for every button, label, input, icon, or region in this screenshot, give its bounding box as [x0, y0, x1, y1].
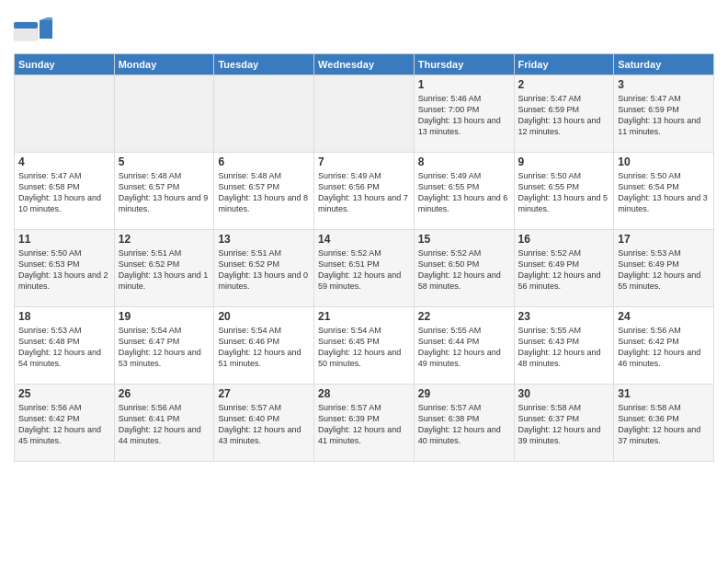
cell-info: Sunrise: 5:46 AM Sunset: 7:00 PM Dayligh…	[418, 93, 510, 138]
calendar-body: 1Sunrise: 5:46 AM Sunset: 7:00 PM Daylig…	[15, 75, 714, 462]
col-monday: Monday	[114, 54, 214, 75]
calendar-cell: 26Sunrise: 5:56 AM Sunset: 6:41 PM Dayli…	[114, 385, 214, 462]
cell-info: Sunrise: 5:50 AM Sunset: 6:54 PM Dayligh…	[618, 170, 710, 215]
calendar-cell: 18Sunrise: 5:53 AM Sunset: 6:48 PM Dayli…	[15, 307, 115, 385]
day-number: 31	[618, 387, 710, 400]
day-number: 21	[318, 310, 410, 323]
calendar-week-4: 18Sunrise: 5:53 AM Sunset: 6:48 PM Dayli…	[15, 307, 714, 385]
calendar-cell: 23Sunrise: 5:55 AM Sunset: 6:43 PM Dayli…	[514, 307, 614, 385]
calendar-cell: 30Sunrise: 5:58 AM Sunset: 6:37 PM Dayli…	[514, 385, 614, 462]
day-number: 7	[318, 155, 410, 168]
calendar-cell: 15Sunrise: 5:52 AM Sunset: 6:50 PM Dayli…	[414, 230, 514, 307]
cell-info: Sunrise: 5:50 AM Sunset: 6:55 PM Dayligh…	[518, 170, 610, 215]
day-number: 4	[18, 155, 110, 168]
day-number: 26	[119, 387, 210, 400]
cell-info: Sunrise: 5:51 AM Sunset: 6:52 PM Dayligh…	[218, 247, 310, 293]
calendar-cell: 19Sunrise: 5:54 AM Sunset: 6:47 PM Dayli…	[114, 307, 214, 385]
calendar-cell: 28Sunrise: 5:57 AM Sunset: 6:39 PM Dayli…	[314, 385, 415, 462]
cell-info: Sunrise: 5:57 AM Sunset: 6:39 PM Dayligh…	[318, 402, 410, 447]
cell-info: Sunrise: 5:52 AM Sunset: 6:50 PM Dayligh…	[418, 247, 510, 293]
col-thursday: Thursday	[414, 54, 514, 75]
day-number: 3	[618, 78, 710, 91]
calendar-cell: 14Sunrise: 5:52 AM Sunset: 6:51 PM Dayli…	[314, 230, 415, 307]
calendar-cell: 3Sunrise: 5:47 AM Sunset: 6:59 PM Daylig…	[614, 75, 714, 153]
col-wednesday: Wednesday	[314, 54, 415, 75]
calendar-cell: 13Sunrise: 5:51 AM Sunset: 6:52 PM Dayli…	[214, 230, 314, 307]
cell-info: Sunrise: 5:56 AM Sunset: 6:42 PM Dayligh…	[618, 325, 710, 370]
calendar-cell: 25Sunrise: 5:56 AM Sunset: 6:42 PM Dayli…	[15, 385, 115, 462]
cell-info: Sunrise: 5:55 AM Sunset: 6:43 PM Dayligh…	[518, 325, 610, 370]
cell-info: Sunrise: 5:47 AM Sunset: 6:59 PM Dayligh…	[618, 93, 710, 138]
calendar-cell: 1Sunrise: 5:46 AM Sunset: 7:00 PM Daylig…	[414, 75, 514, 153]
svg-marker-3	[40, 17, 52, 20]
calendar-cell: 24Sunrise: 5:56 AM Sunset: 6:42 PM Dayli…	[614, 307, 714, 385]
cell-info: Sunrise: 5:55 AM Sunset: 6:44 PM Dayligh…	[418, 325, 510, 370]
col-saturday: Saturday	[614, 54, 714, 75]
day-number: 5	[119, 155, 210, 168]
cell-info: Sunrise: 5:53 AM Sunset: 6:49 PM Dayligh…	[618, 247, 710, 293]
day-number: 11	[18, 233, 110, 246]
calendar-cell: 2Sunrise: 5:47 AM Sunset: 6:59 PM Daylig…	[514, 75, 614, 153]
cell-info: Sunrise: 5:48 AM Sunset: 6:57 PM Dayligh…	[218, 170, 310, 215]
cell-info: Sunrise: 5:49 AM Sunset: 6:55 PM Dayligh…	[418, 170, 510, 215]
cell-info: Sunrise: 5:48 AM Sunset: 6:57 PM Dayligh…	[119, 170, 210, 215]
cell-info: Sunrise: 5:54 AM Sunset: 6:47 PM Dayligh…	[119, 325, 210, 370]
calendar-cell: 21Sunrise: 5:54 AM Sunset: 6:45 PM Dayli…	[314, 307, 415, 385]
page-container: Sunday Monday Tuesday Wednesday Thursday…	[0, 0, 728, 471]
cell-info: Sunrise: 5:52 AM Sunset: 6:49 PM Dayligh…	[518, 247, 610, 293]
cell-info: Sunrise: 5:50 AM Sunset: 6:53 PM Dayligh…	[18, 247, 110, 293]
day-number: 13	[218, 233, 310, 246]
day-number: 12	[119, 233, 210, 246]
svg-marker-2	[40, 20, 52, 39]
day-number: 10	[618, 155, 710, 168]
logo-icon	[14, 13, 52, 48]
cell-info: Sunrise: 5:57 AM Sunset: 6:38 PM Dayligh…	[418, 402, 510, 447]
day-number: 15	[418, 233, 510, 246]
day-number: 17	[618, 233, 710, 246]
day-number: 23	[518, 310, 610, 323]
calendar-cell: 6Sunrise: 5:48 AM Sunset: 6:57 PM Daylig…	[214, 153, 314, 230]
day-number: 29	[418, 387, 510, 400]
day-number: 27	[218, 387, 310, 400]
cell-info: Sunrise: 5:51 AM Sunset: 6:52 PM Dayligh…	[119, 247, 210, 293]
cell-info: Sunrise: 5:56 AM Sunset: 6:41 PM Dayligh…	[119, 402, 210, 447]
header	[14, 9, 714, 48]
col-sunday: Sunday	[15, 54, 115, 75]
cell-info: Sunrise: 5:47 AM Sunset: 6:58 PM Dayligh…	[18, 170, 110, 215]
day-number: 24	[618, 310, 710, 323]
cell-info: Sunrise: 5:56 AM Sunset: 6:42 PM Dayligh…	[18, 402, 110, 447]
calendar-cell	[314, 75, 415, 153]
logo	[14, 13, 56, 48]
day-number: 1	[418, 78, 510, 91]
calendar-cell: 20Sunrise: 5:54 AM Sunset: 6:46 PM Dayli…	[214, 307, 314, 385]
day-number: 28	[318, 387, 410, 400]
day-number: 16	[518, 233, 610, 246]
calendar-cell: 10Sunrise: 5:50 AM Sunset: 6:54 PM Dayli…	[614, 153, 714, 230]
day-number: 9	[518, 155, 610, 168]
day-number: 20	[218, 310, 310, 323]
col-friday: Friday	[514, 54, 614, 75]
calendar-week-2: 4Sunrise: 5:47 AM Sunset: 6:58 PM Daylig…	[15, 153, 714, 230]
day-number: 8	[418, 155, 510, 168]
calendar-cell: 31Sunrise: 5:58 AM Sunset: 6:36 PM Dayli…	[614, 385, 714, 462]
calendar-cell: 7Sunrise: 5:49 AM Sunset: 6:56 PM Daylig…	[314, 153, 415, 230]
calendar-cell: 12Sunrise: 5:51 AM Sunset: 6:52 PM Dayli…	[114, 230, 214, 307]
calendar-cell: 5Sunrise: 5:48 AM Sunset: 6:57 PM Daylig…	[114, 153, 214, 230]
day-number: 6	[218, 155, 310, 168]
day-number: 22	[418, 310, 510, 323]
cell-info: Sunrise: 5:53 AM Sunset: 6:48 PM Dayligh…	[18, 325, 110, 370]
day-number: 2	[518, 78, 610, 91]
cell-info: Sunrise: 5:58 AM Sunset: 6:36 PM Dayligh…	[618, 402, 710, 447]
cell-info: Sunrise: 5:47 AM Sunset: 6:59 PM Dayligh…	[518, 93, 610, 138]
calendar-week-3: 11Sunrise: 5:50 AM Sunset: 6:53 PM Dayli…	[15, 230, 714, 307]
day-number: 25	[18, 387, 110, 400]
cell-info: Sunrise: 5:54 AM Sunset: 6:45 PM Dayligh…	[318, 325, 410, 370]
calendar-cell: 22Sunrise: 5:55 AM Sunset: 6:44 PM Dayli…	[414, 307, 514, 385]
cell-info: Sunrise: 5:49 AM Sunset: 6:56 PM Dayligh…	[318, 170, 410, 215]
calendar-cell: 29Sunrise: 5:57 AM Sunset: 6:38 PM Dayli…	[414, 385, 514, 462]
calendar-cell	[214, 75, 314, 153]
day-number: 30	[518, 387, 610, 400]
calendar-week-5: 25Sunrise: 5:56 AM Sunset: 6:42 PM Dayli…	[15, 385, 714, 462]
calendar-cell: 16Sunrise: 5:52 AM Sunset: 6:49 PM Dayli…	[514, 230, 614, 307]
day-number: 19	[119, 310, 210, 323]
